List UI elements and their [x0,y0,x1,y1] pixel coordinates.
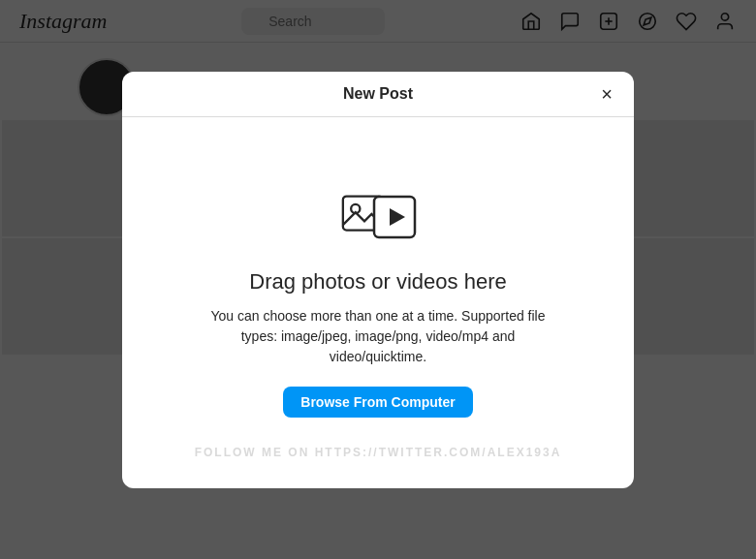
browse-from-computer-button[interactable]: Browse From Computer [283,387,472,418]
drag-title: Drag photos or videos here [249,269,506,295]
modal-close-button[interactable]: × [593,80,620,108]
modal-header: New Post × [122,72,634,117]
video-icon [372,195,417,239]
modal-body: Drag photos or videos here You can choos… [122,117,634,488]
new-post-modal: New Post × Drag photos or videos here [122,72,634,488]
drag-subtitle: You can choose more than one at a time. … [194,306,562,367]
modal-title: New Post [343,85,413,103]
media-icon-group [339,187,417,250]
modal-overlay: New Post × Drag photos or videos here [0,0,756,559]
